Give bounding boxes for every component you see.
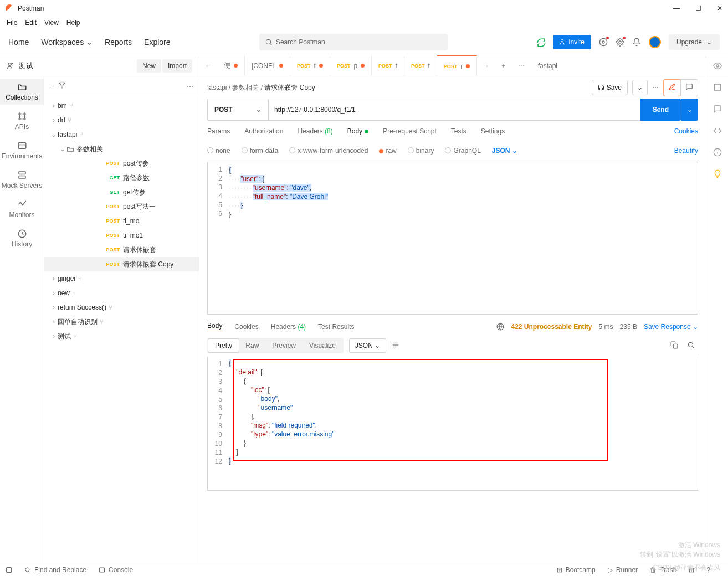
rail-collections[interactable]: Collections (0, 79, 44, 105)
runner[interactable]: ▷ Runner (608, 566, 638, 574)
nav-explore[interactable]: Explore (144, 38, 170, 47)
tree-req-3[interactable]: POSTpost写法一 (44, 199, 199, 214)
tab-1[interactable]: [CONFL (245, 55, 290, 76)
minimize-icon[interactable]: — (673, 4, 680, 12)
save-caret[interactable]: ⌄ (632, 80, 648, 95)
tree-req-1[interactable]: GET路径参数 (44, 171, 199, 185)
import-button[interactable]: Import (162, 59, 192, 73)
bulb-icon[interactable] (713, 169, 722, 180)
resp-mode-visualize[interactable]: Visualize (303, 339, 342, 352)
tree-req-2[interactable]: GETget传参 (44, 185, 199, 199)
resp-mode-raw[interactable]: Raw (239, 339, 265, 352)
resp-tab-cookies[interactable]: Cookies (234, 323, 258, 331)
nav-reports[interactable]: Reports (105, 38, 132, 47)
tree-item-new[interactable]: ›new⑂ (44, 286, 199, 300)
resp-tab-body[interactable]: Body (207, 322, 222, 332)
env-eye-icon[interactable] (706, 55, 728, 76)
tabs-prev-icon[interactable]: ← (199, 55, 217, 76)
tree-folder-params[interactable]: ⌄参数相关 (44, 142, 199, 156)
body-type-binary[interactable]: binary (408, 147, 434, 155)
close-icon[interactable]: ✕ (717, 4, 722, 12)
tree-item-drf[interactable]: ›drf⑂ (44, 113, 199, 127)
search-input[interactable]: Search Postman (259, 34, 448, 50)
tree-req-4[interactable]: POSTti_mo (44, 214, 199, 228)
avatar-icon[interactable] (649, 36, 661, 48)
tree-item-huidan[interactable]: ›回单自动识别⑂ (44, 315, 199, 329)
rail-mock[interactable]: Mock Servers (0, 167, 44, 193)
body-type-form[interactable]: form-data (242, 147, 278, 155)
capture-icon[interactable] (599, 38, 608, 47)
cookies-link[interactable]: Cookies (674, 127, 698, 135)
docs-icon[interactable] (713, 83, 722, 94)
tab-add-icon[interactable]: + (495, 55, 512, 76)
sidebar-more-icon[interactable]: ⋯ (187, 83, 193, 90)
bell-icon[interactable] (632, 38, 641, 47)
find-replace[interactable]: Find and Replace (24, 566, 86, 574)
tabs-next-icon[interactable]: → (477, 55, 495, 76)
tab-prereq[interactable]: Pre-request Script (383, 127, 437, 135)
send-button[interactable]: Send (640, 99, 681, 121)
tab-headers[interactable]: Headers (8) (298, 127, 332, 135)
menu-help[interactable]: Help (66, 19, 80, 27)
tree-item-bm[interactable]: ›bm⑂ (44, 99, 199, 113)
console[interactable]: Console (99, 566, 133, 574)
tree-req-6[interactable]: POST请求体嵌套 (44, 243, 199, 257)
resp-lang-select[interactable]: JSON ⌄ (349, 338, 386, 353)
request-body-editor[interactable]: 123456 { ····"user": { ········"username… (207, 162, 698, 315)
response-body[interactable]: 123456789101112 { "detail": [ { "loc": [… (207, 357, 698, 491)
tab-body[interactable]: Body (347, 127, 368, 135)
comment-icon[interactable] (680, 80, 698, 96)
resp-tab-tests[interactable]: Test Results (318, 323, 354, 331)
rail-envs[interactable]: Environments (0, 137, 44, 163)
wrap-icon[interactable] (388, 341, 403, 351)
body-lang-select[interactable]: JSON ⌄ (492, 147, 517, 155)
nav-home[interactable]: Home (8, 38, 29, 47)
tree-req-7[interactable]: POST请求体嵌套 Copy (44, 257, 199, 271)
send-caret[interactable]: ⌄ (681, 99, 698, 121)
resp-tab-headers[interactable]: Headers (4) (271, 323, 306, 331)
sync-icon[interactable] (536, 38, 545, 47)
more-icon[interactable]: ⋯ (652, 84, 659, 91)
menu-file[interactable]: File (7, 19, 17, 27)
comments-icon[interactable] (713, 105, 722, 115)
copy-icon[interactable] (667, 341, 681, 351)
search-icon[interactable] (684, 341, 698, 351)
invite-button[interactable]: Invite (553, 35, 591, 49)
tab-auth[interactable]: Authorization (244, 127, 283, 135)
tree-item-ceshi[interactable]: ›测试⑂ (44, 329, 199, 343)
tree-item-returnsuccess[interactable]: ›return Success()⑂ (44, 300, 199, 315)
sidebar-filter-icon[interactable] (58, 81, 66, 91)
edit-icon[interactable] (663, 79, 681, 96)
tab-params[interactable]: Params (207, 127, 230, 135)
globe-icon[interactable] (496, 323, 504, 331)
settings-icon[interactable] (616, 38, 624, 47)
tab-5[interactable]: POSTt (404, 55, 437, 76)
tab-0[interactable]: 使 (217, 55, 245, 76)
rail-apis[interactable]: APIs (0, 108, 44, 134)
save-button[interactable]: Save (592, 80, 628, 95)
menu-view[interactable]: View (44, 19, 59, 27)
body-type-urlenc[interactable]: x-www-form-urlencoded (289, 147, 368, 155)
tree-req-0[interactable]: POSTpost传参 (44, 156, 199, 171)
tab-more-icon[interactable]: ⋯ (512, 55, 530, 76)
url-input[interactable]: http://127.0.0.1:8000/q_t1/1 (268, 99, 640, 121)
bootcamp[interactable]: ⊞ Bootcamp (557, 566, 596, 574)
tab-2[interactable]: POSTt (290, 55, 330, 76)
nav-workspaces[interactable]: Workspaces ⌄ (41, 38, 93, 47)
info-icon[interactable] (713, 148, 722, 158)
tree-item-ginger[interactable]: ›ginger⑂ (44, 271, 199, 286)
resp-mode-pretty[interactable]: Pretty (208, 339, 239, 352)
tab-4[interactable]: POSTt (372, 55, 404, 76)
tree-item-fastapi[interactable]: ⌄fastapi⑂ (44, 127, 199, 142)
workspace-name[interactable]: 测试 (19, 61, 33, 71)
maximize-icon[interactable]: ☐ (695, 4, 701, 12)
tree-req-5[interactable]: POSTti_mo1 (44, 228, 199, 243)
env-selector[interactable]: fastapi (530, 55, 706, 76)
code-icon[interactable] (713, 126, 722, 137)
resp-mode-preview[interactable]: Preview (265, 339, 303, 352)
rail-monitors[interactable]: Monitors (0, 196, 44, 222)
tab-settings[interactable]: Settings (481, 127, 505, 135)
body-type-raw[interactable]: raw (379, 147, 396, 155)
rail-history[interactable]: History (0, 225, 44, 251)
menu-edit[interactable]: Edit (25, 19, 37, 27)
